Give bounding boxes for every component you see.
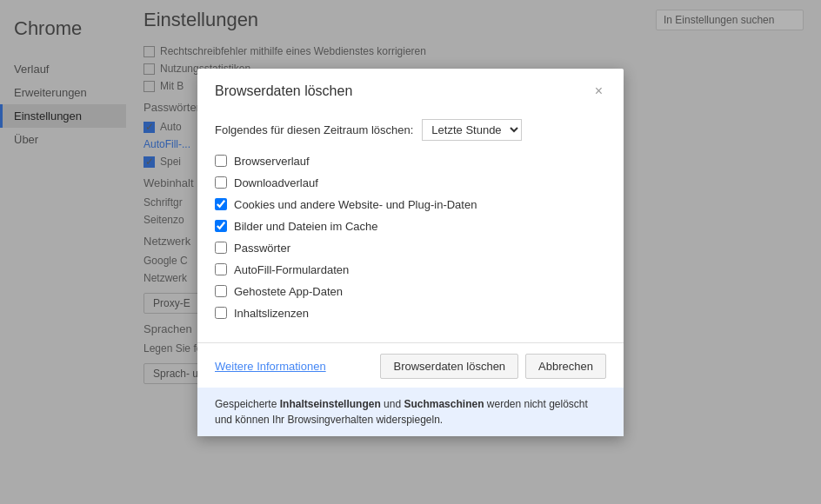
time-row: Folgendes für diesen Zeitraum löschen: L… bbox=[215, 119, 606, 141]
check-app-daten[interactable] bbox=[215, 285, 227, 297]
time-select[interactable]: Letzte Stunde Letzter Tag Letzte Woche L… bbox=[422, 119, 522, 141]
check-autofill[interactable] bbox=[215, 263, 227, 275]
info-text: Gespeicherte Inhaltseinstellungen und Su… bbox=[215, 398, 588, 426]
footer-actions: Browserdaten löschen Abbrechen bbox=[380, 354, 606, 379]
checkbox-cache: Bilder und Dateien im Cache bbox=[215, 220, 606, 233]
check-inhaltslizenzen[interactable] bbox=[215, 307, 227, 319]
modal-overlay: Browserdaten löschen × Folgendes für die… bbox=[0, 0, 821, 504]
dialog-footer: Weitere Informationen Browserdaten lösch… bbox=[197, 342, 624, 388]
dialog: Browserdaten löschen × Folgendes für die… bbox=[197, 69, 624, 436]
checkbox-autofill: AutoFill-Formulardaten bbox=[215, 263, 606, 276]
confirm-button[interactable]: Browserdaten löschen bbox=[380, 354, 518, 379]
dialog-body: Folgendes für diesen Zeitraum löschen: L… bbox=[197, 109, 624, 342]
checkbox-passwoerter: Passwörter bbox=[215, 242, 606, 255]
check-cache[interactable] bbox=[215, 220, 227, 232]
more-info-link[interactable]: Weitere Informationen bbox=[215, 360, 326, 373]
check-passwoerter[interactable] bbox=[215, 242, 227, 254]
checkbox-browserverlauf: Browserverlauf bbox=[215, 155, 606, 168]
check-browserverlauf[interactable] bbox=[215, 155, 227, 167]
dialog-title: Browserdaten löschen bbox=[215, 83, 352, 99]
checkbox-inhaltslizenzen: Inhaltslizenzen bbox=[215, 307, 606, 320]
dialog-header: Browserdaten löschen × bbox=[197, 69, 624, 109]
time-label: Folgendes für diesen Zeitraum löschen: bbox=[215, 123, 413, 136]
check-cookies[interactable] bbox=[215, 198, 227, 210]
dialog-info-bar: Gespeicherte Inhaltseinstellungen und Su… bbox=[197, 388, 624, 436]
checkbox-cookies: Cookies und andere Website- und Plug-in-… bbox=[215, 198, 606, 211]
close-button[interactable]: × bbox=[591, 83, 606, 100]
check-downloadverlauf[interactable] bbox=[215, 176, 227, 189]
checkbox-app-daten: Gehostete App-Daten bbox=[215, 285, 606, 298]
checkbox-downloadverlauf: Downloadverlauf bbox=[215, 176, 606, 189]
cancel-button[interactable]: Abbrechen bbox=[525, 354, 606, 379]
